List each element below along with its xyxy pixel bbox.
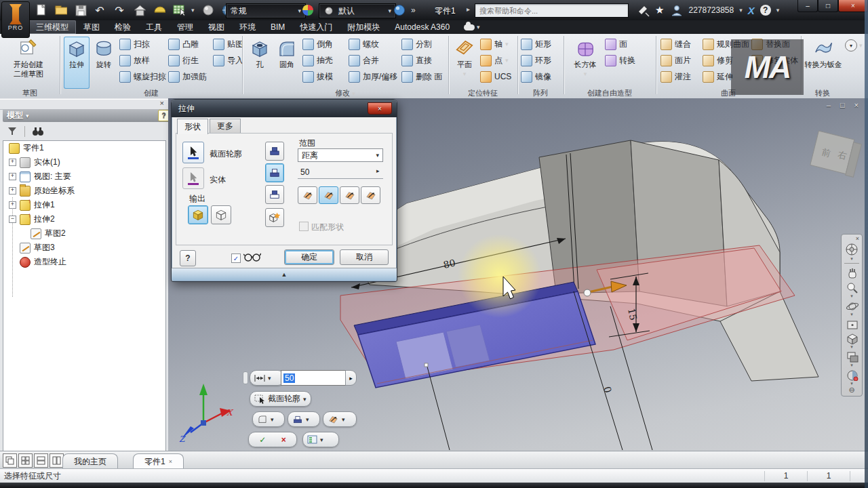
- expand-icon[interactable]: +: [9, 201, 16, 209]
- material-browser-button[interactable]: [152, 3, 165, 17]
- revolve-button[interactable]: 旋转: [91, 37, 117, 89]
- tree-item-solids[interactable]: + 实体(1): [3, 155, 165, 169]
- doc-restore-button[interactable]: □: [840, 101, 845, 109]
- tab-part1[interactable]: 零件1 ×: [133, 453, 184, 469]
- tree-item-sketch3[interactable]: 草图3: [3, 241, 165, 255]
- view-cube[interactable]: 前 右: [810, 131, 862, 177]
- mini-profile-button[interactable]: 截面轮廓 ▾: [250, 391, 311, 407]
- tree-item-end-of-part[interactable]: 造型终止: [3, 255, 165, 269]
- parameters-caret-icon[interactable]: ▾: [191, 7, 195, 14]
- orbit-icon[interactable]: [845, 299, 859, 312]
- redo-button[interactable]: ↷: [113, 3, 126, 17]
- account-person-icon[interactable]: [669, 3, 683, 17]
- new-file-button[interactable]: [34, 3, 47, 17]
- direction-1-button[interactable]: [298, 186, 317, 204]
- axis-button[interactable]: 轴▾: [480, 36, 511, 52]
- appearance-combo[interactable]: 默认 ▾: [319, 3, 396, 18]
- tree-item-view[interactable]: + 视图: 主要: [3, 169, 165, 184]
- tab-sketch[interactable]: 草图: [76, 20, 107, 34]
- filter-funnel-icon[interactable]: [7, 126, 18, 137]
- boolean-intersect-button[interactable]: [265, 185, 284, 204]
- account-id[interactable]: 2278723858: [688, 5, 734, 15]
- circular-pattern-button[interactable]: 环形: [521, 52, 551, 68]
- parameters-button[interactable]: [172, 3, 185, 17]
- doc-minimize-button[interactable]: –: [827, 101, 831, 109]
- direction-asymmetric-button[interactable]: [361, 186, 380, 204]
- preview-checkbox[interactable]: ✓: [231, 253, 241, 263]
- material-combo[interactable]: 常规 ▾: [226, 3, 306, 18]
- tab-my-home[interactable]: 我的主页: [62, 453, 118, 469]
- direct-edit-button[interactable]: 直接: [401, 52, 442, 68]
- mini-toolbar-handle[interactable]: [243, 371, 248, 384]
- output-solid-button[interactable]: [188, 205, 208, 224]
- freeform-face-button[interactable]: 面: [605, 36, 635, 52]
- thread-button[interactable]: 螺纹: [349, 36, 397, 52]
- browser-header[interactable]: 模型 ▾ ?: [3, 109, 174, 122]
- tab-getting-started[interactable]: 快速入门: [292, 20, 340, 34]
- draft-button[interactable]: 拔模: [302, 68, 333, 85]
- mini-distance-input[interactable]: 50: [281, 370, 349, 386]
- stitch-button[interactable]: 缝合: [660, 36, 691, 52]
- chamfer-button[interactable]: 倒角: [302, 36, 333, 52]
- mini-options-dropdown[interactable]: ▾: [302, 432, 339, 447]
- apply-check-button[interactable]: ✓: [259, 435, 266, 445]
- tile-windows-icon[interactable]: [18, 453, 33, 468]
- dialog-help-button[interactable]: ?: [180, 250, 196, 266]
- open-file-button[interactable]: [54, 3, 67, 17]
- save-button[interactable]: [73, 3, 87, 17]
- satellite-icon[interactable]: [636, 3, 650, 17]
- panel-label-work-features[interactable]: 定位特征: [449, 88, 517, 98]
- cancel-button[interactable]: 取消: [340, 249, 389, 265]
- mirror-button[interactable]: 镜像: [521, 68, 551, 85]
- undo-button[interactable]: ↶: [93, 3, 106, 17]
- panel-label-modify[interactable]: 修改 ▾: [243, 88, 448, 98]
- mini-boolean-dropdown[interactable]: ▾: [288, 411, 320, 427]
- cancel-x-button[interactable]: ×: [281, 435, 286, 445]
- extrude-button[interactable]: 拉伸: [64, 37, 90, 89]
- emboss-button[interactable]: 凸雕: [168, 36, 207, 52]
- import-button[interactable]: 导入: [213, 52, 243, 68]
- tab-3d-model[interactable]: 三维模型: [28, 20, 76, 34]
- grip-point[interactable]: [425, 363, 428, 367]
- convert-to-sheetmetal-button[interactable]: 转换为钣金: [804, 37, 842, 89]
- home-button[interactable]: [132, 3, 146, 17]
- new-solid-button[interactable]: [265, 208, 284, 227]
- split-button[interactable]: 分割: [401, 36, 442, 52]
- tree-item-part[interactable]: 零件1: [3, 141, 165, 155]
- zoom-icon[interactable]: [845, 281, 859, 293]
- pan-hand-icon[interactable]: [845, 266, 859, 279]
- distance-flyout-icon[interactable]: ▸: [376, 167, 380, 174]
- tree-item-origin[interactable]: + 原始坐标系: [3, 184, 165, 198]
- tab-tools[interactable]: 工具: [138, 20, 170, 34]
- extrude-dialog[interactable]: 拉伸 × 形状 更多 截面轮廓 实体 输出: [171, 99, 397, 282]
- tab-a360[interactable]: Autodesk A360: [387, 20, 457, 34]
- browser-close-icon[interactable]: ×: [160, 99, 164, 107]
- tab-manage[interactable]: 管理: [170, 20, 201, 34]
- window-maximize-button[interactable]: □: [818, 0, 838, 12]
- measure-button[interactable]: [201, 3, 214, 17]
- look-at-icon[interactable]: [845, 317, 859, 330]
- start-2d-sketch-button[interactable]: 开始创建 二维草图: [4, 37, 53, 89]
- panel-label-freeform[interactable]: 创建自由造型: [564, 88, 655, 98]
- ucs-button[interactable]: UCS: [480, 68, 511, 85]
- navigation-bar[interactable]: × ▾ ▾ ▾ ▾ ▾ ▾ ⊖: [841, 234, 863, 396]
- window-minimize-button[interactable]: –: [797, 0, 818, 12]
- collapse-icon[interactable]: −: [9, 216, 16, 223]
- coil-button[interactable]: 螺旋扫掠: [119, 68, 166, 85]
- tab-bim[interactable]: BIM: [263, 20, 292, 34]
- expand-icon[interactable]: +: [9, 173, 16, 180]
- tree-item-sketch2[interactable]: 草图2: [3, 226, 165, 241]
- tab-inspect[interactable]: 检验: [107, 20, 138, 34]
- tab-addins[interactable]: 附加模块: [340, 20, 387, 34]
- shadow-icon[interactable]: [845, 350, 859, 363]
- dialog-expand-strip[interactable]: ▲: [172, 268, 397, 281]
- tree-item-extrusion1[interactable]: + 拉伸1: [3, 198, 165, 212]
- app-logo[interactable]: PRO: [1, 1, 30, 38]
- cloud-sync-button[interactable]: ▾: [464, 20, 480, 34]
- mini-distance-dropdown[interactable]: ▾: [250, 370, 285, 386]
- help-search-box[interactable]: [475, 3, 629, 18]
- delete-face-button[interactable]: 删除 面: [401, 68, 442, 85]
- loft-button[interactable]: 放样: [119, 52, 166, 68]
- fillet-button[interactable]: 圆角: [274, 37, 300, 89]
- boolean-join-button[interactable]: [265, 142, 284, 161]
